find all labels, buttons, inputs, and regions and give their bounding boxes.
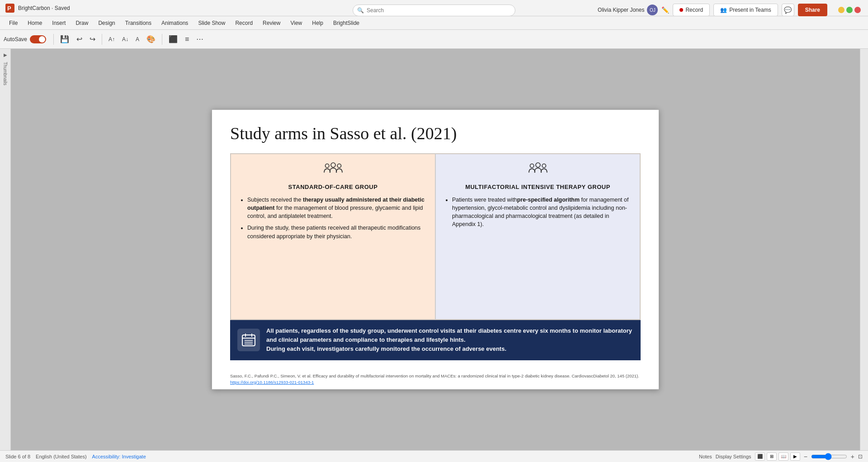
menu-design[interactable]: Design: [94, 18, 119, 28]
avatar: OJ: [647, 5, 658, 15]
more-tools-button[interactable]: ⋯: [193, 33, 206, 45]
menu-review[interactable]: Review: [258, 18, 285, 28]
menu-help[interactable]: Help: [307, 18, 328, 28]
status-bar: Slide 6 of 8 English (United States) Acc…: [0, 450, 868, 462]
search-icon: 🔍: [357, 7, 364, 14]
redo-button[interactable]: ↪: [87, 33, 98, 45]
thumbnails-toggle[interactable]: ▶: [4, 52, 7, 57]
menu-slide-show[interactable]: Slide Show: [193, 18, 230, 28]
menu-file[interactable]: File: [5, 18, 22, 28]
search-bar-container: 🔍: [353, 5, 515, 16]
zoom-in-button[interactable]: +: [851, 453, 854, 460]
zoom-out-button[interactable]: −: [804, 453, 807, 460]
autosave-toggle[interactable]: [30, 35, 46, 43]
group-left-title: STANDARD-OF-CARE GROUP: [240, 184, 426, 190]
separator-2: [102, 34, 102, 45]
autosave-section: AutoSave: [4, 35, 46, 43]
avatar-initials: OJ: [650, 8, 656, 13]
menu-brightslide[interactable]: BrightSlide: [329, 18, 364, 28]
undo-button[interactable]: ↩: [74, 33, 85, 45]
save-button[interactable]: 💾: [57, 33, 72, 45]
reading-view-button[interactable]: 📖: [778, 453, 788, 461]
title-bar-left: P BrightCarbon · Saved: [5, 4, 70, 13]
groups-row: STANDARD-OF-CARE GROUP Subjects received…: [230, 153, 641, 320]
window-controls: [838, 7, 861, 13]
menu-bar: File Home Insert Draw Design Transitions…: [0, 16, 868, 30]
status-right: Notes Display Settings ⬛ ⊞ 📖 ▶ − + ⊡: [699, 453, 863, 461]
restore-button[interactable]: [846, 7, 853, 13]
notes-button[interactable]: Notes: [699, 454, 712, 459]
menu-home[interactable]: Home: [23, 18, 47, 28]
intensive-therapy-icon: [445, 161, 631, 181]
right-panel: [860, 49, 868, 450]
minimize-button[interactable]: [838, 7, 844, 13]
separator-3: [162, 34, 162, 45]
calendar-icon: [237, 329, 260, 351]
zoom-fit-button[interactable]: ⊡: [858, 453, 863, 460]
slide-footer: Sasso, F.C., Pafundi P.C., Simeon, V. et…: [212, 369, 659, 390]
powerpoint-logo-icon: P: [5, 4, 14, 13]
svg-point-5: [530, 164, 533, 168]
citation-text: Sasso, F.C., Pafundi P.C., Simeon, V. et…: [230, 373, 571, 378]
group-right-content: Patients were treated withpre-specified …: [445, 196, 631, 232]
slide-container: Study arms in Sasso et al. (2021): [212, 109, 659, 390]
slide-title: Study arms in Sasso et al. (2021): [230, 123, 641, 143]
group-right-title: MULTIFACTORIAL INTENSIVE THERAPY GROUP: [445, 184, 631, 190]
journal-text: CardiovascDiabetol 20, 145 (2021).: [571, 373, 639, 378]
group-box-right: MULTIFACTORIAL INTENSIVE THERAPY GROUP P…: [435, 153, 641, 320]
slide-inner: Study arms in Sasso et al. (2021): [212, 110, 659, 369]
separator-1: [53, 34, 54, 45]
menu-animations[interactable]: Animations: [157, 18, 193, 28]
bottom-banner: All patients, regardless of the study gr…: [230, 320, 641, 360]
slideshow-button[interactable]: ▶: [790, 453, 800, 461]
comment-icon: 💬: [784, 6, 792, 14]
toolbar: AutoSave 💾 ↩ ↪ A↑ A↓ A 🎨 ⬛ ≡ ⋯: [0, 30, 868, 49]
thumbnails-label: Thumbnails: [3, 62, 8, 85]
display-settings-button[interactable]: Display Settings: [716, 454, 751, 459]
language-info: English (United States): [36, 454, 87, 459]
svg-text:P: P: [7, 5, 11, 12]
svg-point-3: [331, 163, 335, 167]
slide-area: Study arms in Sasso et al. (2021): [11, 49, 860, 450]
search-input[interactable]: [353, 5, 515, 16]
doi-link[interactable]: https://doi.org/10.1186/s12933-021-01343…: [230, 380, 314, 385]
record-dot-icon: [679, 8, 683, 12]
svg-point-4: [337, 164, 341, 168]
app-title: BrightCarbon · Saved: [18, 5, 70, 11]
standard-care-icon: [240, 161, 426, 181]
record-button[interactable]: Record: [673, 4, 710, 16]
font-size-decrease-button[interactable]: A↓: [119, 34, 131, 44]
slide-info: Slide 6 of 8: [5, 454, 30, 459]
group-left-bullet2-text: During the study, these patients receive…: [247, 225, 420, 239]
close-button[interactable]: [854, 7, 861, 13]
font-color-button[interactable]: A: [133, 34, 142, 44]
normal-view-button[interactable]: ⬛: [755, 453, 765, 461]
status-left: Slide 6 of 8 English (United States) Acc…: [5, 454, 146, 459]
user-name: Olivia Kipper Jones: [598, 7, 644, 13]
font-size-increase-button[interactable]: A↑: [106, 34, 118, 44]
slide-sorter-button[interactable]: ⊞: [767, 453, 777, 461]
edit-icon[interactable]: ✏️: [661, 6, 669, 14]
main-area: ▶ Thumbnails Study arms in Sasso et al. …: [0, 49, 868, 450]
menu-draw[interactable]: Draw: [71, 18, 93, 28]
menu-record[interactable]: Record: [231, 18, 257, 28]
autosave-label: AutoSave: [4, 36, 27, 42]
menu-view[interactable]: View: [286, 18, 307, 28]
accessibility-info[interactable]: Accessibility: Investigate: [92, 454, 146, 459]
menu-insert[interactable]: Insert: [47, 18, 70, 28]
align-left-button[interactable]: ⬛: [166, 33, 180, 45]
group-left-content: Subjects received the therapy usually ad…: [240, 196, 426, 244]
group-box-left: STANDARD-OF-CARE GROUP Subjects received…: [230, 153, 435, 320]
share-button[interactable]: Share: [798, 4, 827, 16]
align-center-button[interactable]: ≡: [182, 33, 192, 45]
user-info: Olivia Kipper Jones OJ: [598, 5, 658, 15]
shape-fill-button[interactable]: 🎨: [144, 33, 158, 45]
zoom-slider[interactable]: [811, 453, 847, 460]
banner-text: All patients, regardless of the study gr…: [266, 327, 632, 352]
comment-button[interactable]: 💬: [782, 4, 794, 16]
group-left-bullet1-text: Subjects received the therapy usually ad…: [247, 197, 425, 219]
present-teams-button[interactable]: 👥 Present in Teams: [713, 4, 778, 16]
header-right-buttons: Olivia Kipper Jones OJ ✏️ Record 👥 Prese…: [598, 4, 861, 16]
group-right-bullet1-text: Patients were treated withpre-specified …: [452, 197, 628, 227]
menu-transitions[interactable]: Transitions: [121, 18, 156, 28]
